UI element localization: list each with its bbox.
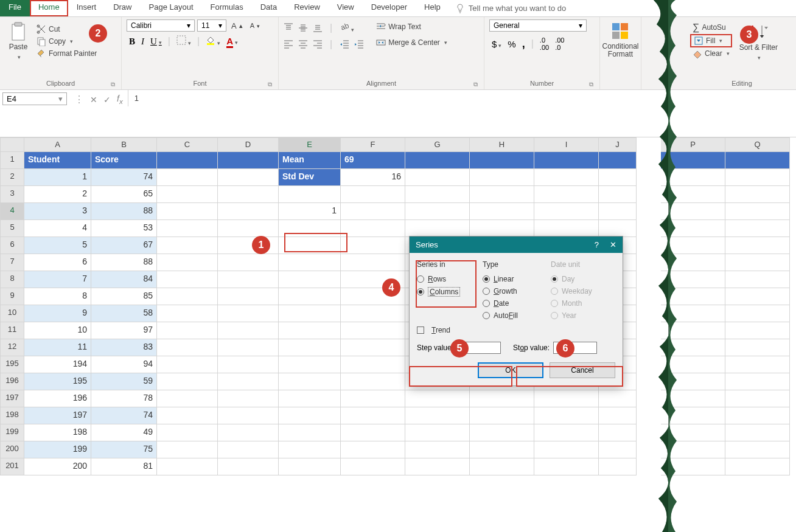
tab-developer[interactable]: Developer — [363, 0, 416, 16]
col-header-j[interactable]: J — [599, 137, 637, 152]
cell[interactable] — [218, 441, 279, 458]
cell[interactable] — [534, 441, 599, 458]
decrease-font-button[interactable]: A▾ — [248, 21, 262, 30]
cell[interactable]: 4 — [24, 220, 91, 237]
select-all-corner[interactable] — [0, 137, 24, 152]
cell[interactable] — [725, 203, 790, 220]
row-header[interactable]: 198 — [0, 407, 24, 424]
cell[interactable] — [341, 424, 405, 441]
cell[interactable] — [341, 305, 405, 322]
tab-file[interactable]: File — [0, 0, 30, 16]
cell[interactable] — [405, 424, 470, 441]
cell[interactable] — [157, 271, 218, 288]
cell[interactable] — [599, 407, 637, 424]
cell[interactable] — [405, 169, 470, 186]
cell[interactable] — [279, 339, 341, 356]
cell[interactable] — [599, 220, 637, 237]
cell[interactable]: 16 — [341, 169, 405, 186]
cell[interactable] — [470, 458, 534, 475]
cell[interactable] — [725, 407, 790, 424]
cell[interactable] — [218, 424, 279, 441]
cell[interactable]: 85 — [91, 288, 157, 305]
cell[interactable] — [157, 458, 218, 475]
cell[interactable] — [157, 254, 218, 271]
cell[interactable]: 81 — [91, 458, 157, 475]
increase-font-button[interactable]: A▴ — [229, 20, 245, 32]
cell[interactable]: 7 — [24, 271, 91, 288]
cell[interactable] — [470, 441, 534, 458]
fill-button[interactable]: Fill — [690, 34, 732, 47]
fill-color-button[interactable] — [206, 35, 220, 47]
cell[interactable] — [661, 203, 725, 220]
cell[interactable]: 200 — [24, 458, 91, 475]
cell[interactable]: 94 — [91, 356, 157, 373]
align-left-icon[interactable] — [284, 40, 293, 49]
cell[interactable] — [157, 288, 218, 305]
tab-draw[interactable]: Draw — [105, 0, 140, 16]
cell[interactable] — [661, 390, 725, 407]
col-header-b[interactable]: B — [91, 137, 157, 152]
number-format-select[interactable]: General▾ — [489, 19, 587, 32]
cell[interactable] — [470, 186, 534, 203]
cancel-button[interactable]: Cancel — [550, 362, 615, 378]
dialog-launcher-icon[interactable]: ⧉ — [473, 81, 478, 88]
cell[interactable]: 2 — [24, 186, 91, 203]
cell[interactable] — [661, 271, 725, 288]
col-header-f[interactable]: F — [341, 137, 405, 152]
cell[interactable]: Mean — [279, 152, 341, 169]
cell[interactable] — [599, 152, 637, 169]
cell[interactable]: 67 — [91, 237, 157, 254]
dialog-launcher-icon[interactable]: ⧉ — [268, 81, 272, 88]
wrap-text-button[interactable]: Wrap Text — [374, 21, 450, 33]
cell[interactable]: 88 — [91, 203, 157, 220]
row-header[interactable]: 6 — [0, 237, 24, 254]
cell[interactable] — [157, 339, 218, 356]
cell[interactable] — [341, 356, 405, 373]
cell[interactable] — [534, 152, 599, 169]
cell[interactable] — [661, 169, 725, 186]
cell[interactable] — [405, 220, 470, 237]
cell[interactable] — [157, 322, 218, 339]
cell[interactable] — [341, 322, 405, 339]
cell[interactable] — [218, 152, 279, 169]
cell[interactable] — [218, 305, 279, 322]
cell[interactable] — [279, 254, 341, 271]
cell[interactable] — [661, 220, 725, 237]
enter-edit-button[interactable]: ✓ — [103, 95, 111, 105]
cell[interactable] — [157, 424, 218, 441]
cell[interactable] — [661, 237, 725, 254]
cell[interactable] — [599, 169, 637, 186]
cell[interactable] — [157, 356, 218, 373]
row-header[interactable]: 200 — [0, 441, 24, 458]
cell[interactable] — [661, 339, 725, 356]
cell[interactable] — [725, 458, 790, 475]
align-middle-icon[interactable] — [298, 23, 308, 33]
cell[interactable]: 74 — [91, 169, 157, 186]
col-header-c[interactable]: C — [157, 137, 218, 152]
cell[interactable] — [157, 237, 218, 254]
row-header[interactable]: 7 — [0, 254, 24, 271]
cell[interactable]: 88 — [91, 254, 157, 271]
tab-home[interactable]: Home — [30, 0, 68, 16]
cell[interactable]: 9 — [24, 305, 91, 322]
cell[interactable] — [279, 390, 341, 407]
cell[interactable]: Std Dev — [279, 169, 341, 186]
row-header[interactable]: 197 — [0, 390, 24, 407]
cell[interactable] — [341, 237, 405, 254]
cell[interactable] — [279, 288, 341, 305]
cell[interactable] — [218, 203, 279, 220]
cell[interactable]: 65 — [91, 186, 157, 203]
cell[interactable] — [534, 186, 599, 203]
accounting-button[interactable]: $ — [492, 39, 501, 49]
cell[interactable] — [599, 390, 637, 407]
underline-button[interactable]: U — [150, 36, 162, 47]
cell[interactable] — [157, 305, 218, 322]
cell[interactable] — [534, 390, 599, 407]
insert-function-button[interactable]: ⋮ — [74, 94, 84, 105]
tab-formulas[interactable]: Formulas — [202, 0, 252, 16]
cell[interactable] — [470, 169, 534, 186]
radio-growth[interactable]: Growth — [483, 287, 543, 295]
cell[interactable] — [725, 271, 790, 288]
cell[interactable] — [279, 424, 341, 441]
cell[interactable]: 53 — [91, 220, 157, 237]
